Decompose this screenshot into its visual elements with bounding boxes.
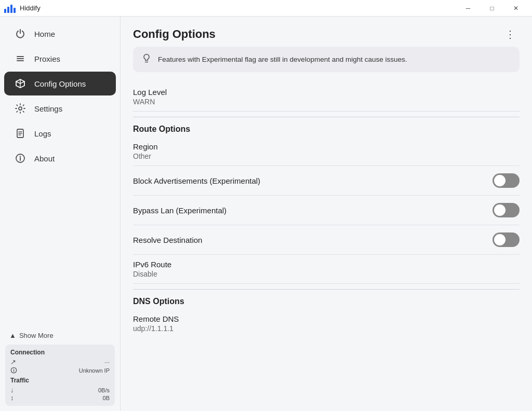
remote-dns-value: udp://1.1.1.1 xyxy=(133,324,520,333)
divider-1 xyxy=(133,117,520,117)
sidebar-bottom: ▲ Show More Connection ↗ ··· xyxy=(0,325,120,411)
log-level-label: Log Level xyxy=(133,88,520,97)
sidebar-item-proxies[interactable]: Proxies xyxy=(4,47,116,71)
maximize-button[interactable]: □ xyxy=(480,0,504,17)
log-level-value: WARN xyxy=(133,98,520,106)
ipv6-route-label: IPv6 Route xyxy=(133,260,520,269)
more-options-button[interactable]: ⋮ xyxy=(501,26,520,43)
block-ads-track[interactable] xyxy=(493,173,520,188)
traffic-row-download: ↓ 0B/s xyxy=(10,386,110,394)
resolve-destination-thumb xyxy=(494,234,506,245)
sidebar-label-about: About xyxy=(34,154,55,163)
connection-arrows-icon: ↗ xyxy=(10,358,16,366)
connection-panel: Connection ↗ ··· Unknown I xyxy=(5,345,115,406)
show-more-label: Show More xyxy=(19,332,54,339)
remote-dns-label: Remote DNS xyxy=(133,314,520,323)
block-ads-row: Block Advertisements (Experimental) xyxy=(133,166,520,196)
list-icon xyxy=(15,53,26,64)
app-logo xyxy=(4,4,16,13)
svg-point-3 xyxy=(19,107,22,110)
sidebar-item-home[interactable]: Home xyxy=(4,22,116,46)
upload-data: 0B xyxy=(103,395,110,401)
block-ads-label: Block Advertisements (Experimental) xyxy=(133,176,260,185)
resolve-destination-toggle[interactable] xyxy=(493,232,520,247)
connection-title: Connection xyxy=(10,349,110,356)
sidebar-label-config-options: Config Options xyxy=(34,79,86,88)
block-ads-thumb xyxy=(494,175,506,186)
cube-icon xyxy=(15,78,26,89)
sidebar-label-home: Home xyxy=(34,30,55,38)
connection-info-icon xyxy=(10,367,17,374)
app-title: Hiddify xyxy=(20,4,41,12)
sidebar-label-logs: Logs xyxy=(34,129,51,138)
connection-ip: Unknown IP xyxy=(79,367,110,374)
main-layout: Home Proxies xyxy=(0,17,532,411)
info-icon xyxy=(15,153,26,164)
ipv6-route-value: Disable xyxy=(133,270,520,278)
content-area: Config Options ⋮ Features with Experimen… xyxy=(121,17,532,411)
traffic-row-upload: ↕ 0B xyxy=(10,394,110,402)
sidebar-nav: Home Proxies xyxy=(0,17,120,325)
close-button[interactable]: ✕ xyxy=(504,0,528,17)
sidebar-item-about[interactable]: About xyxy=(4,146,116,170)
upload-icon-row: ↕ xyxy=(10,394,14,402)
titlebar-left: Hiddify xyxy=(4,4,41,13)
arrows-icon: ↗ xyxy=(10,358,16,366)
chevron-up-icon: ▲ xyxy=(9,332,16,339)
show-more-button[interactable]: ▲ Show More xyxy=(5,330,58,341)
upload-icon: ↕ xyxy=(10,394,14,402)
block-ads-toggle[interactable] xyxy=(493,173,520,188)
sidebar-item-settings[interactable]: Settings xyxy=(4,97,116,120)
sidebar-item-config-options[interactable]: Config Options xyxy=(4,72,116,95)
log-level-row[interactable]: Log Level WARN xyxy=(133,83,520,112)
sidebar-item-logs[interactable]: Logs xyxy=(4,121,116,145)
bypass-lan-toggle[interactable] xyxy=(493,203,520,217)
content-scroll: Features with Experimental flag are stil… xyxy=(121,47,532,411)
connection-dots: ··· xyxy=(104,359,110,366)
bypass-lan-row: Bypass Lan (Experimental) xyxy=(133,196,520,225)
download-icon-row: ↓ xyxy=(10,386,14,394)
remote-dns-row[interactable]: Remote DNS udp://1.1.1.1 xyxy=(133,309,520,338)
region-value: Other xyxy=(133,152,520,160)
bypass-lan-label: Bypass Lan (Experimental) xyxy=(133,206,227,215)
resolve-destination-track[interactable] xyxy=(493,232,520,247)
titlebar: Hiddify ─ □ ✕ xyxy=(0,0,532,17)
region-row[interactable]: Region Other xyxy=(133,137,520,166)
traffic-title: Traffic xyxy=(10,377,110,384)
lightbulb-icon xyxy=(141,53,152,66)
ipv6-route-row[interactable]: IPv6 Route Disable xyxy=(133,255,520,284)
svg-point-13 xyxy=(14,368,15,369)
power-icon xyxy=(15,28,26,39)
sidebar-label-settings: Settings xyxy=(34,104,62,113)
minimize-button[interactable]: ─ xyxy=(456,0,480,17)
sidebar: Home Proxies xyxy=(0,17,121,411)
info-banner-text: Features with Experimental flag are stil… xyxy=(158,56,407,63)
svg-point-10 xyxy=(20,156,21,157)
gear-icon xyxy=(15,103,26,114)
connection-row-arrows: ↗ ··· xyxy=(10,358,110,366)
divider-2 xyxy=(133,289,520,290)
page-title: Config Options xyxy=(133,28,216,41)
doc-icon xyxy=(15,128,26,139)
info-banner: Features with Experimental flag are stil… xyxy=(133,47,520,72)
resolve-destination-row: Resolve Destination xyxy=(133,225,520,255)
sidebar-label-proxies: Proxies xyxy=(34,54,60,63)
route-options-title: Route Options xyxy=(133,125,520,134)
window-controls: ─ □ ✕ xyxy=(456,0,528,17)
region-label: Region xyxy=(133,142,520,151)
connection-row-ip: Unknown IP xyxy=(10,367,110,374)
download-speed: 0B/s xyxy=(98,387,110,393)
content-header: Config Options ⋮ xyxy=(121,17,532,47)
download-icon: ↓ xyxy=(10,386,14,394)
dns-options-title: DNS Options xyxy=(133,297,520,306)
bypass-lan-thumb xyxy=(494,204,506,216)
resolve-destination-label: Resolve Destination xyxy=(133,236,202,244)
bypass-lan-track[interactable] xyxy=(493,203,520,217)
